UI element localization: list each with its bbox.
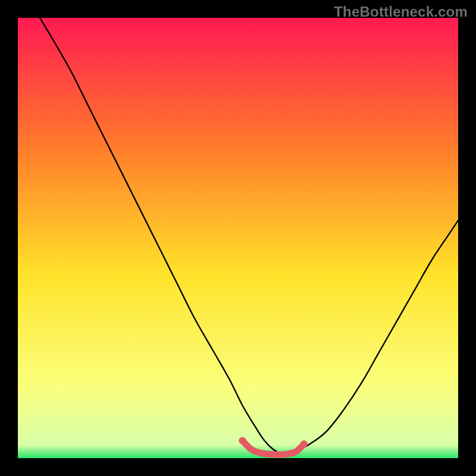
gradient-background: [18, 18, 458, 458]
chart-frame: TheBottleneck.com: [0, 0, 476, 476]
marker-dot-end: [300, 440, 308, 447]
watermark-text: TheBottleneck.com: [334, 4, 468, 20]
plot-area: [18, 18, 458, 458]
marker-dot-start: [239, 437, 246, 444]
chart-svg: [18, 18, 458, 458]
